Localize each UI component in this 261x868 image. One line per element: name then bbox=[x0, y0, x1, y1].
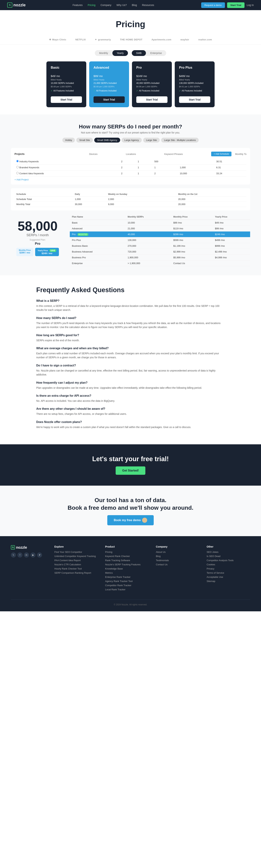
table-row: Monthly Total 30,000 9,000 20,000 bbox=[14, 202, 246, 207]
plan-name-proplus: Pro Plus bbox=[179, 66, 210, 69]
calc-result: 58,000 SERPs / month Suggested Plan: Pro… bbox=[11, 214, 250, 266]
nav-resources[interactable]: Resources bbox=[142, 4, 154, 6]
logo-apartments: Apartments.com bbox=[151, 38, 171, 41]
footer-link[interactable]: Unlimited Competitor Keyword Tracking bbox=[54, 555, 98, 558]
footer-link[interactable]: Pricing bbox=[105, 551, 149, 553]
footer-link[interactable]: Metrics bbox=[105, 571, 149, 574]
logo-mayo: ✚ Mayo Clinic bbox=[49, 38, 66, 41]
plan-cta-proplus[interactable]: Start Trial bbox=[179, 96, 210, 103]
plan-features-proplus: ✓ All Features Included bbox=[179, 90, 210, 92]
schedule-table-wrapper: Schedule Daily Weekly on Sunday Monthly … bbox=[11, 188, 250, 211]
footer-link[interactable]: SEO Jokes bbox=[207, 551, 250, 553]
table-row: Schedule Total 1,000 2,000 20,000 bbox=[14, 197, 246, 202]
get-started-button[interactable]: Get Started! bbox=[116, 466, 145, 475]
preset-large-site[interactable]: Large Site bbox=[143, 138, 160, 143]
add-project-button[interactable]: + Add Project bbox=[14, 178, 29, 181]
request-demo-button[interactable]: Request a demo bbox=[201, 2, 225, 8]
footer-col-product: ProductPricingKeyword Rank CheckerRank T… bbox=[105, 545, 149, 592]
nav-right: Request a demo Start Trial Log In bbox=[201, 2, 254, 8]
footer-link[interactable]: Contact Us bbox=[156, 563, 199, 566]
plan-cta-advanced[interactable]: Start Trial bbox=[93, 96, 125, 103]
footer-link[interactable]: Competitor Analysis Tools bbox=[207, 559, 250, 562]
faq-answer: We're happy to work with you to create a… bbox=[36, 425, 225, 429]
login-button[interactable]: Log In bbox=[247, 4, 254, 6]
plan-overage-advanced: $5.68 per 1,000 SERPs bbox=[93, 86, 125, 88]
pricing-cards: Basic $49/ mo Billed Yearly 10,000 SERPs… bbox=[0, 58, 261, 115]
footer-link[interactable]: About Us bbox=[156, 551, 199, 553]
linkedin-icon[interactable]: in bbox=[24, 553, 29, 558]
table-row: Industry Keywords 2 1 500 30.51 bbox=[14, 158, 246, 164]
preset-large-site-multi[interactable]: Large Site - Multiple Locations bbox=[161, 138, 199, 143]
schedule-table: Schedule Daily Weekly on Sunday Monthly … bbox=[14, 192, 246, 207]
plan-features-advanced: ✓ All Features Included bbox=[93, 90, 125, 92]
plan-price-proplus: $499/ mo bbox=[179, 71, 210, 79]
row-radio[interactable] bbox=[16, 160, 19, 162]
faq-item: What is a SERP?In this context, a SERP i… bbox=[36, 299, 225, 312]
footer-link[interactable]: Nozzle's CTR Calculation bbox=[54, 563, 98, 566]
faq-items: What is a SERP?In this context, a SERP i… bbox=[36, 299, 225, 429]
youtube-icon[interactable]: ▶ bbox=[30, 553, 35, 558]
footer-link[interactable]: Nozzle's SERP Tracking Features bbox=[105, 563, 149, 566]
preset-large-agency[interactable]: Large Agency bbox=[122, 138, 142, 143]
faq-item: Do I have to sign a contract?No. Nozzle … bbox=[36, 364, 225, 377]
table-row: Advanced21,000$119 /mo$99 /mo bbox=[70, 226, 250, 231]
calc-subtitle: Not sure where to start? Try using one o… bbox=[11, 131, 250, 134]
footer-link[interactable]: Enterprise Rank Tracker bbox=[105, 576, 149, 578]
footer-link[interactable]: Find Your SEO Competitor bbox=[54, 551, 98, 553]
plan-serps-basic: 10,000 SERPs Included bbox=[51, 82, 82, 85]
yearly-toggle[interactable]: Yearly bbox=[112, 50, 128, 56]
add-schedule-button[interactable]: + Add Schedule bbox=[211, 152, 231, 156]
nav-whyus[interactable]: Why Us? bbox=[117, 4, 127, 6]
facebook-icon[interactable]: f bbox=[18, 553, 23, 558]
preset-hobby[interactable]: Hobby bbox=[62, 138, 75, 143]
faq-answer: No. Nozzle plans can be changed or cance… bbox=[36, 369, 225, 377]
footer-link[interactable]: Hourly Rank Checker Tool bbox=[54, 567, 98, 570]
footer-link[interactable]: Blog bbox=[156, 555, 199, 558]
footer-link[interactable]: Testimonials bbox=[156, 559, 199, 562]
faq-question: How long are SERPs good for? bbox=[36, 334, 225, 337]
footer-link[interactable]: Knowledge Base bbox=[105, 567, 149, 570]
nav-pricing[interactable]: Pricing bbox=[88, 4, 95, 6]
smb-toggle[interactable]: SMB bbox=[132, 50, 146, 56]
result-number: 58,000 bbox=[16, 220, 59, 232]
row-radio[interactable] bbox=[16, 166, 19, 168]
start-trial-nav-button[interactable]: Start Trial bbox=[227, 2, 244, 8]
preset-small-smb[interactable]: Small SMB Agency bbox=[94, 138, 120, 143]
footer-logo: N nozzle bbox=[11, 545, 47, 550]
footer-col-other: OtherSEO JokesIs SEO DeadCompetitor Anal… bbox=[207, 545, 250, 592]
footer-link[interactable]: Rank Tracking Software bbox=[105, 559, 149, 562]
footer-link[interactable]: Sitemap bbox=[207, 580, 250, 583]
enterprise-toggle[interactable]: Enterprise bbox=[146, 50, 166, 56]
footer-link[interactable]: Privacy bbox=[207, 567, 250, 570]
table-row: Enterprise> 1,900,000Contact Us bbox=[70, 260, 250, 266]
save-badge: SAVE bbox=[49, 249, 56, 252]
nav-blog[interactable]: Blog bbox=[132, 4, 137, 6]
footer-link[interactable]: Is SEO Dead bbox=[207, 555, 250, 558]
check-icon: ✓ bbox=[51, 90, 53, 92]
faq-title: Frequently Asked Questions bbox=[36, 286, 225, 294]
plan-cta-basic[interactable]: Start Trial bbox=[51, 96, 82, 103]
footer-link[interactable]: Terms of Service bbox=[207, 571, 250, 574]
footer-link[interactable]: Local Rank Tracker bbox=[105, 588, 149, 591]
nav-features[interactable]: Features bbox=[73, 4, 83, 6]
nav-company[interactable]: Company bbox=[100, 4, 112, 6]
book-demo-button[interactable]: Book my free demo bbox=[107, 515, 154, 525]
plan-serps-advanced: 21,000 SERPs Included bbox=[93, 82, 125, 85]
monthly-toggle[interactable]: Monthly bbox=[95, 50, 112, 56]
footer-social: 𝕏 f in ▶ 𝐏 bbox=[11, 553, 47, 558]
footer-link[interactable]: Agency Rank Tracker Tool bbox=[105, 580, 149, 583]
footer-link[interactable]: PAA Content Idea Report bbox=[54, 559, 98, 562]
footer-link[interactable]: Acceptable Use bbox=[207, 576, 250, 578]
calc-table-header: Projects Devices Locations Keyword Phras… bbox=[14, 152, 246, 156]
footer-link[interactable]: Keyword Rank Checker bbox=[105, 555, 149, 558]
plan-cta-pro[interactable]: Start Trial bbox=[136, 96, 168, 103]
pinterest-icon[interactable]: 𝐏 bbox=[37, 553, 42, 558]
preset-small-site[interactable]: Small Site bbox=[76, 138, 93, 143]
logo-wayfair: wayfair bbox=[180, 38, 189, 41]
row-radio[interactable] bbox=[16, 172, 19, 174]
footer-link[interactable]: SERP Comparison Ranking Report bbox=[54, 571, 98, 574]
twitter-icon[interactable]: 𝕏 bbox=[11, 553, 16, 558]
result-suggested: Suggested Plan: bbox=[16, 239, 59, 241]
footer-link[interactable]: Competitor Rank Tracker bbox=[105, 584, 149, 587]
footer-link[interactable]: Cookies bbox=[207, 563, 250, 566]
